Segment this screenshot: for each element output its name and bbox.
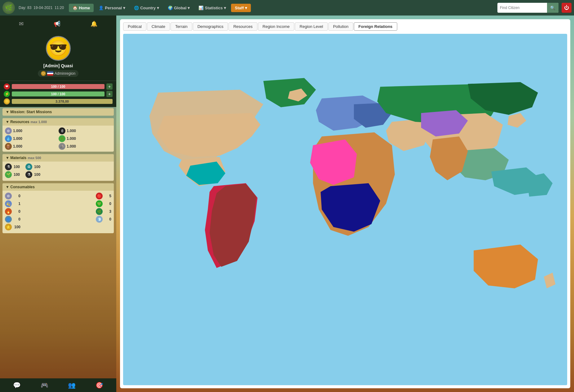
mission-panel-header[interactable]: ▼ Mission: Start Missions [2,108,114,116]
consumable-4b-value: 0 [104,217,111,221]
material-2-value: 100 [34,165,40,169]
water-value: 1.000 [13,136,22,141]
username-label: [Admin] Quasi [43,63,73,68]
consumable-4b-icon: 💨 [96,216,103,223]
consumable-2b-value: 0 [104,202,111,206]
consumables-panel-header[interactable]: ▼ Consumables [2,183,114,191]
consumable-4a-value: 0 [13,217,20,221]
resources-panel-header[interactable]: ▼ Resources max 1.000 [2,118,114,126]
region-shield-icon: 🛡 [41,71,46,76]
stats-section: ❤ 100 / 100 + ⚡ 100 / 100 + 🪙 3.378,00 [0,81,116,107]
health-add-button[interactable]: + [106,83,113,90]
health-bar: 100 / 100 [12,84,105,89]
bell-button[interactable]: 🔔 [88,19,100,29]
consumable-1b-value: 5 [104,194,111,198]
profile-section: 😎 [Admin] Quasi 🛡 Adminregion [0,32,116,81]
material-4-icon: ⚗ [25,171,32,178]
energy-icon: ⚡ [4,91,10,97]
wood-icon: 🪵 [5,143,12,150]
materials-panel-header[interactable]: ▼ Materials max 500 [2,154,114,162]
tab-resources[interactable]: Resources [229,22,257,31]
resource-iron: ⚙ 1.000 [5,127,58,134]
resource-wood: 🪵 1.000 [5,143,58,150]
resource-oil: 🛢 1.000 [59,127,111,134]
energy-value: 100 / 100 [12,91,105,96]
food-value: 1.000 [67,136,76,141]
nav-global-button[interactable]: 🌍 Global ▾ [164,4,194,12]
tab-region-income[interactable]: Region Income [258,22,294,31]
oil-value: 1.000 [67,129,76,133]
material-1-value: 100 [14,165,20,169]
region-name: Adminregion [55,71,75,76]
material-3-icon: 🌱 [5,171,12,178]
stone-value: 1.000 [67,144,76,149]
footer-target-button[interactable]: 🎯 [96,381,103,389]
main-content: Political Climate Terrain Demographics R… [116,16,574,392]
iron-icon: ⚙ [5,127,12,134]
resources-panel-body: ⚙ 1.000 🛢 1.000 💧 1.000 🌿 1.000 [2,126,114,152]
consumable-row-2: 💫 1 💚 0 [5,200,111,207]
energy-add-button[interactable]: + [106,91,113,97]
map-container: Political Climate Terrain Demographics R… [120,19,570,388]
megaphone-button[interactable]: 📢 [51,19,63,29]
consumable-row-1: ⚙ 0 🔴 5 [5,193,111,199]
nav-home-button[interactable]: 🏠 Home [69,4,94,12]
sidebar: ✉ 📢 🔔 😎 [Admin] Quasi 🛡 Adminregion [0,16,116,392]
footer-social-button[interactable]: 👥 [68,381,76,389]
region-badge[interactable]: 🛡 Adminregion [38,70,78,77]
mail-button[interactable]: ✉ [16,19,26,29]
tab-terrain[interactable]: Terrain [171,22,192,31]
nav-country-button[interactable]: 🌐 Country ▾ [130,4,163,12]
materials-panel-body: ⚗ 100 ♻ 100 🌱 100 ⚗ 100 [2,162,114,181]
water-icon: 💧 [5,135,12,142]
bell-icon: 🔔 [91,21,97,27]
footer-chat-button[interactable]: 💬 [13,381,21,389]
material-2-icon: ♻ [25,163,32,170]
power-button[interactable]: ⏻ [562,3,572,13]
tab-region-level[interactable]: Region Level [295,22,328,31]
material-1-icon: ⚗ [5,163,12,170]
footer-game-button[interactable]: 🎮 [41,381,48,389]
consumables-panel: ▼ Consumables ⚙ 0 🔴 5 💫 1 💚 0 🔥 0 [2,183,114,233]
country-icon: 🌐 [134,6,139,10]
avatar: 😎 [46,36,71,61]
tab-pollution[interactable]: Pollution [328,22,353,31]
app-logo: 🌿 [2,2,15,14]
statistics-icon: 📊 [198,6,203,10]
resources-panel: ▼ Resources max 1.000 ⚙ 1.000 🛢 1.000 💧 [2,118,114,152]
navbar: 🌿 Day: 83 19-04-2021 11:20 🏠 Home 👤 Pers… [0,0,574,16]
search-box: 🔍 [497,3,558,13]
consumable-3a-icon: 🔥 [5,208,12,215]
search-button[interactable]: 🔍 [547,3,558,13]
resource-stone: 🪨 1.000 [59,143,111,150]
nav-staff-button[interactable]: Staff ▾ [231,4,251,12]
health-icon: ❤ [4,83,10,90]
consumable-1a-icon: ⚙ [5,193,12,199]
nav-statistics-button[interactable]: 📊 Statistics ▾ [195,4,230,12]
stone-icon: 🪨 [59,143,65,150]
megaphone-icon: 📢 [54,21,60,27]
search-input[interactable] [497,4,547,11]
resource-grid: ⚙ 1.000 🛢 1.000 💧 1.000 🌿 1.000 [5,127,111,150]
consumable-2a-value: 1 [13,202,20,206]
tab-foreign-relations[interactable]: Foreign Relations [354,22,397,31]
consumable-1b-icon: 🔴 [96,193,103,199]
nav-personal-button[interactable]: 👤 Personal ▾ [95,4,129,12]
consumable-3b-value: 3 [104,209,111,214]
global-icon: 🌍 [168,6,173,10]
consumable-3b-icon: 🌿 [96,208,103,215]
materials-panel: ▼ Materials max 500 ⚗ 100 ♻ 100 🌱 100 ⚗ … [2,154,114,181]
tab-political[interactable]: Political [123,22,146,31]
home-icon: 🏠 [73,6,78,10]
world-map[interactable] [123,34,567,385]
tab-climate[interactable]: Climate [147,22,170,31]
tab-demographics[interactable]: Demographics [193,22,228,31]
day-display: Day: 83 19-04-2021 11:20 [19,6,64,10]
map-svg [123,34,567,385]
consumable-row-5: ⭐ 100 [5,224,111,230]
mission-panel: ▼ Mission: Start Missions [2,108,114,116]
oil-icon: 🛢 [59,127,65,134]
material-4-value: 100 [34,172,40,177]
gold-value: 3.378,00 [12,99,113,104]
sidebar-top-icons: ✉ 📢 🔔 [0,16,116,32]
